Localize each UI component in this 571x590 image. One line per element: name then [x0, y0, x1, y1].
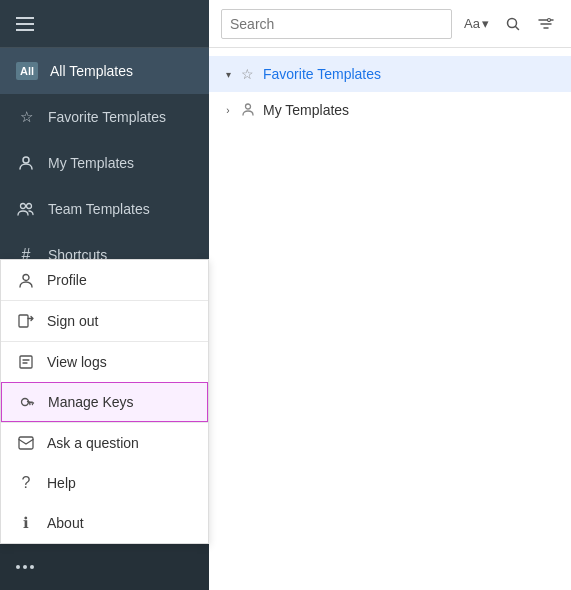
- svg-rect-8: [19, 437, 33, 449]
- sidebar-item-team[interactable]: Team Templates: [0, 186, 209, 232]
- chevron-down-icon: ▾: [221, 69, 235, 80]
- dropdown-chevron-icon: ▾: [482, 16, 489, 31]
- search-icon: [505, 16, 521, 32]
- dropdown-item-help[interactable]: ? Help: [1, 463, 208, 503]
- dropdown-item-about[interactable]: ℹ About: [1, 503, 208, 543]
- sidebar: All All Templates ☆ Favorite Templates M…: [0, 0, 209, 590]
- sidebar-item-all[interactable]: All All Templates: [0, 48, 209, 94]
- svg-point-13: [548, 18, 551, 21]
- star-icon: ☆: [16, 108, 36, 126]
- chevron-right-icon: ›: [221, 105, 235, 116]
- team-icon: [16, 201, 36, 217]
- sidebar-item-favorite-label: Favorite Templates: [48, 109, 166, 125]
- my-tree-icon: [241, 102, 257, 119]
- dropdown-menu: Profile Sign out View logs: [0, 259, 209, 544]
- logs-icon: [17, 354, 35, 370]
- main-panel: Aa ▾ ▾ ☆ Favorite Templates ›: [209, 0, 571, 590]
- dropdown-askquestion-label: Ask a question: [47, 435, 139, 451]
- dropdown-managekeys-label: Manage Keys: [48, 394, 134, 410]
- profile-icon: [17, 272, 35, 288]
- sidebar-header: [0, 0, 209, 48]
- svg-point-2: [27, 204, 32, 209]
- tree-item-favorite-label: Favorite Templates: [263, 66, 381, 82]
- search-input[interactable]: [230, 16, 443, 32]
- person-icon: [16, 155, 36, 171]
- sidebar-bottom-btn[interactable]: [0, 544, 209, 590]
- tree-item-my-label: My Templates: [263, 102, 349, 118]
- hamburger-icon[interactable]: [16, 17, 34, 31]
- svg-point-0: [23, 157, 29, 163]
- svg-point-1: [21, 204, 26, 209]
- font-size-label: Aa: [464, 16, 480, 31]
- dropdown-about-label: About: [47, 515, 84, 531]
- dropdown-help-label: Help: [47, 475, 76, 491]
- dropdown-profile-label: Profile: [47, 272, 87, 288]
- help-icon: ?: [17, 474, 35, 492]
- main-content: ▾ ☆ Favorite Templates › My Templates: [209, 48, 571, 590]
- svg-rect-5: [19, 315, 28, 327]
- filter-icon: [537, 16, 555, 32]
- font-size-btn[interactable]: Aa ▾: [460, 12, 493, 35]
- dropdown-item-askquestion[interactable]: Ask a question: [1, 423, 208, 463]
- sidebar-item-my-label: My Templates: [48, 155, 134, 171]
- svg-point-4: [23, 275, 29, 281]
- all-icon: All: [16, 62, 38, 80]
- search-btn[interactable]: [501, 12, 525, 36]
- mail-sm-icon: [17, 436, 35, 450]
- search-box[interactable]: [221, 9, 452, 39]
- sidebar-item-favorite[interactable]: ☆ Favorite Templates: [0, 94, 209, 140]
- dropdown-item-signout[interactable]: Sign out: [1, 301, 208, 341]
- signout-icon: [17, 313, 35, 329]
- tree-item-my[interactable]: › My Templates: [209, 92, 571, 128]
- main-toolbar: Aa ▾: [209, 0, 571, 48]
- dropdown-item-managekeys[interactable]: Manage Keys: [1, 382, 208, 422]
- dropdown-viewlogs-label: View logs: [47, 354, 107, 370]
- dropdown-item-viewlogs[interactable]: View logs: [1, 342, 208, 382]
- dropdown-item-profile[interactable]: Profile: [1, 260, 208, 300]
- sidebar-item-my[interactable]: My Templates: [0, 140, 209, 186]
- info-icon: ℹ: [17, 514, 35, 532]
- tree-item-favorite[interactable]: ▾ ☆ Favorite Templates: [209, 56, 571, 92]
- filter-btn[interactable]: [533, 12, 559, 36]
- dropdown-signout-label: Sign out: [47, 313, 98, 329]
- favorite-tree-icon: ☆: [241, 66, 257, 82]
- sidebar-item-all-label: All Templates: [50, 63, 133, 79]
- keys-icon: [18, 394, 36, 410]
- svg-rect-6: [20, 356, 32, 368]
- svg-point-14: [246, 104, 251, 109]
- more-options-icon: [16, 565, 34, 569]
- sidebar-item-team-label: Team Templates: [48, 201, 150, 217]
